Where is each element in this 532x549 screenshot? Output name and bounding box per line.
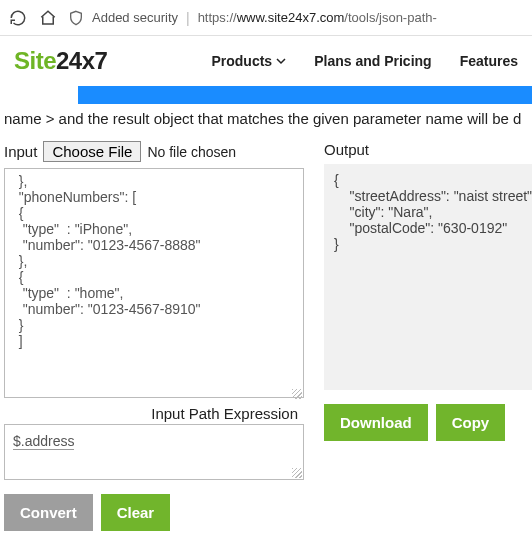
copy-button[interactable]: Copy [436, 404, 506, 441]
choose-file-button[interactable]: Choose File [43, 141, 141, 162]
shield-icon [68, 10, 84, 26]
divider: | [186, 10, 190, 26]
refresh-icon[interactable] [8, 8, 28, 28]
convert-button[interactable]: Convert [4, 494, 93, 531]
nav-products[interactable]: Products [211, 53, 286, 69]
description-text: name > and the result object that matche… [0, 104, 532, 141]
path-expression-value: $.address [13, 433, 74, 450]
chevron-down-icon [276, 56, 286, 66]
input-label-row: Input Choose File No file chosen [4, 141, 304, 162]
clear-button[interactable]: Clear [101, 494, 171, 531]
output-textarea[interactable]: { "streetAddress": "naist street", "city… [324, 164, 532, 390]
no-file-label: No file chosen [147, 144, 236, 160]
download-button[interactable]: Download [324, 404, 428, 441]
address-bar[interactable]: Added security | https://www.site24x7.co… [68, 10, 524, 26]
security-label: Added security [92, 10, 178, 25]
input-textarea[interactable] [4, 168, 304, 398]
site-header: Site24x7 Products Plans and Pricing Feat… [0, 36, 532, 86]
logo[interactable]: Site24x7 [14, 47, 107, 75]
home-icon[interactable] [38, 8, 58, 28]
url-text: https://www.site24x7.com/tools/json-path… [198, 10, 437, 25]
nav-plans[interactable]: Plans and Pricing [314, 53, 431, 69]
main-nav: Products Plans and Pricing Features [211, 53, 518, 69]
blue-banner [78, 86, 532, 104]
path-expression-label: Input Path Expression [4, 401, 304, 424]
path-expression-input[interactable]: $.address [4, 424, 304, 480]
input-label: Input [4, 143, 37, 160]
browser-toolbar: Added security | https://www.site24x7.co… [0, 0, 532, 36]
nav-features[interactable]: Features [460, 53, 518, 69]
output-label: Output [324, 141, 532, 158]
